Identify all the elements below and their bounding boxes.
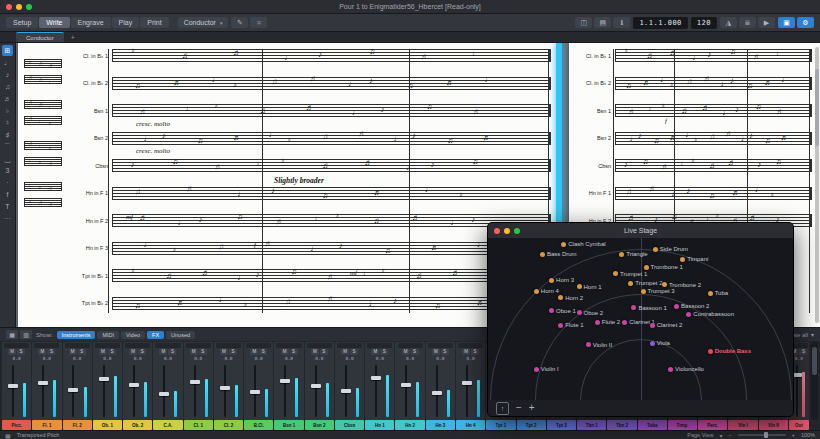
minimize-window-icon[interactable] bbox=[504, 228, 510, 234]
mute-button[interactable]: M bbox=[311, 349, 319, 355]
channel-name-chip[interactable]: Hn 2 bbox=[395, 420, 424, 430]
fader-handle[interactable] bbox=[159, 392, 169, 396]
channel-name-chip[interactable]: Picc. bbox=[2, 420, 31, 430]
mute-button[interactable]: M bbox=[159, 349, 167, 355]
insert-slot[interactable] bbox=[155, 343, 180, 348]
channel-name-chip[interactable]: Bsn 1 bbox=[274, 420, 303, 430]
staff-lines[interactable]: ♩♪♫♬♩♪♫♬♩ bbox=[112, 242, 551, 255]
fader-handle[interactable] bbox=[250, 390, 260, 394]
channel-name-chip[interactable]: Ob. 1 bbox=[93, 420, 122, 430]
channel-name-chip[interactable]: Tpt 2 bbox=[517, 420, 546, 430]
insert-slot[interactable] bbox=[337, 343, 362, 348]
insert-slot[interactable] bbox=[307, 343, 332, 348]
channel-name-chip[interactable]: Timp. bbox=[668, 420, 697, 430]
sixteenth-notes-icon[interactable]: ♬ bbox=[2, 93, 13, 104]
dynamics-icon[interactable]: f bbox=[2, 189, 13, 200]
pointer-tool-icon[interactable]: ⊞ bbox=[2, 45, 13, 56]
info-icon[interactable]: ℹ bbox=[613, 17, 630, 28]
mixer-filter-instruments[interactable]: Instruments bbox=[57, 331, 96, 339]
fader-handle[interactable] bbox=[371, 376, 381, 380]
insert-slot[interactable] bbox=[125, 343, 150, 348]
channel-name-chip[interactable]: Cl. 2 bbox=[214, 420, 243, 430]
live-stage-window[interactable]: Live Stage Bass DrumClash CymbalTriangle… bbox=[487, 222, 794, 417]
live-stage-canvas[interactable]: Bass DrumClash CymbalTriangleSide DrumTi… bbox=[488, 238, 793, 400]
mode-button-play[interactable]: Play bbox=[112, 17, 140, 28]
staff-lines[interactable]: ♬♩♪♫♬♩♪♫♬ bbox=[615, 104, 812, 117]
live-stage-titlebar[interactable]: Live Stage bbox=[488, 223, 793, 238]
mode-button-setup[interactable]: Setup bbox=[6, 17, 38, 28]
staff-lines[interactable]: ♬♩♪♫♬♩♪♫♬ bbox=[112, 104, 551, 117]
mute-button[interactable]: M bbox=[38, 349, 46, 355]
pitch-mode-label[interactable]: Transposed Pitch bbox=[17, 432, 60, 438]
staff-lines[interactable]: ♫♬♩♪♫♬♩♪♫♬♩ bbox=[112, 77, 551, 90]
mute-button[interactable]: M bbox=[250, 349, 258, 355]
eighth-note-icon[interactable]: ♪ bbox=[2, 69, 13, 80]
channel-name-chip[interactable]: C.A. bbox=[153, 420, 182, 430]
insert-slot[interactable] bbox=[276, 343, 301, 348]
fader-handle[interactable] bbox=[462, 381, 472, 385]
solo-button[interactable]: S bbox=[168, 349, 176, 355]
fader-handle[interactable] bbox=[401, 383, 411, 387]
channel-name-chip[interactable]: Hn 1 bbox=[365, 420, 394, 430]
natural-icon[interactable]: ♮ bbox=[2, 117, 13, 128]
stage-instrument-trumpet-3[interactable]: Trumpet 3 bbox=[641, 288, 675, 294]
mixer-filter-unused[interactable]: Unused bbox=[166, 331, 195, 339]
metronome-icon[interactable]: ◮ bbox=[720, 17, 737, 28]
channel-name-chip[interactable]: Hn 3 bbox=[426, 420, 455, 430]
fader-handle[interactable] bbox=[341, 389, 351, 393]
stage-instrument-violoncello[interactable]: Violoncello bbox=[668, 366, 704, 372]
grace-note-icon[interactable]: · bbox=[2, 177, 13, 188]
stage-instrument-bass-drum[interactable]: Bass Drum bbox=[540, 251, 577, 257]
mixer-icon[interactable]: ≣ bbox=[739, 17, 756, 28]
fader-handle[interactable] bbox=[38, 381, 48, 385]
channel-name-chip[interactable]: Fl. 1 bbox=[32, 420, 61, 430]
stage-instrument-bassoon-1[interactable]: Bassoon 1 bbox=[631, 305, 666, 311]
score-page-left[interactable]: ♪♫♬♫♬♩♫♬♩♬♩♪♬♩♪♩♪♫♩♪♫♪♫♬ Cl. in B♭ 1♪♫♬♩… bbox=[18, 43, 561, 327]
play-icon[interactable]: ▶ bbox=[758, 17, 775, 28]
zoom-in-button[interactable]: + bbox=[792, 432, 795, 438]
solo-button[interactable]: S bbox=[138, 349, 146, 355]
fader-handle[interactable] bbox=[8, 384, 18, 388]
fader-handle[interactable] bbox=[220, 386, 230, 390]
window-layout-icon[interactable]: ◫ bbox=[575, 17, 592, 28]
insert-icon[interactable]: ⌗ bbox=[250, 17, 267, 28]
solo-button[interactable]: S bbox=[799, 349, 807, 355]
zoom-out-button[interactable]: − bbox=[728, 432, 731, 438]
solo-button[interactable]: S bbox=[380, 349, 388, 355]
channel-name-chip[interactable]: Cbsn bbox=[335, 420, 364, 430]
stage-instrument-side-drum[interactable]: Side Drum bbox=[653, 246, 688, 252]
master-channel-chip[interactable]: Out bbox=[789, 420, 809, 430]
stage-instrument-clarinet-2[interactable]: Clarinet 2 bbox=[650, 322, 683, 328]
zoom-window-icon[interactable] bbox=[26, 4, 32, 10]
channel-name-chip[interactable]: B.Cl. bbox=[244, 420, 273, 430]
solo-button[interactable]: S bbox=[471, 349, 479, 355]
quarter-note-icon[interactable]: ♩ bbox=[2, 57, 13, 68]
fader-handle[interactable] bbox=[129, 383, 139, 387]
mode-button-engrave[interactable]: Engrave bbox=[71, 17, 111, 28]
score-scrollbar[interactable] bbox=[815, 47, 819, 323]
solo-button[interactable]: S bbox=[411, 349, 419, 355]
insert-slot[interactable] bbox=[367, 343, 392, 348]
staff-lines[interactable]: ♩♪♫♬♩♪♫♬♩♪♫♬ bbox=[112, 132, 551, 145]
mute-button[interactable]: M bbox=[220, 349, 228, 355]
stage-instrument-violin-ii[interactable]: Violin II bbox=[586, 342, 613, 348]
insert-slot[interactable] bbox=[458, 343, 483, 348]
channel-name-chip[interactable]: Tbn 2 bbox=[607, 420, 636, 430]
mode-button-write[interactable]: Write bbox=[39, 17, 69, 28]
grid-view-icon[interactable]: ▦ bbox=[6, 330, 18, 339]
stage-instrument-triangle[interactable]: Triangle bbox=[619, 251, 647, 257]
staff-lines[interactable]: ♪♫♬♩♪♫♬♩♪♫ bbox=[112, 159, 551, 172]
stage-instrument-horn-2[interactable]: Horn 2 bbox=[558, 295, 583, 301]
channel-name-chip[interactable]: Ob. 2 bbox=[123, 420, 152, 430]
chevron-down-icon[interactable]: ▾ bbox=[811, 331, 814, 338]
stage-instrument-horn-3[interactable]: Horn 3 bbox=[549, 277, 574, 283]
mute-button[interactable]: M bbox=[432, 349, 440, 355]
fader-handle[interactable] bbox=[280, 379, 290, 383]
stage-instrument-contrabassoon[interactable]: Contrabassoon bbox=[686, 311, 734, 317]
note-input-icon[interactable]: ✎ bbox=[231, 17, 248, 28]
export-icon[interactable]: ↑ bbox=[496, 402, 509, 415]
zoom-slider[interactable] bbox=[738, 434, 786, 436]
staff-lines[interactable]: ♩♪♫♬♩♪♫♬♩♪♫♬ bbox=[615, 132, 812, 145]
mute-button[interactable]: M bbox=[8, 349, 16, 355]
channel-name-chip[interactable]: Tpt 1 bbox=[486, 420, 515, 430]
